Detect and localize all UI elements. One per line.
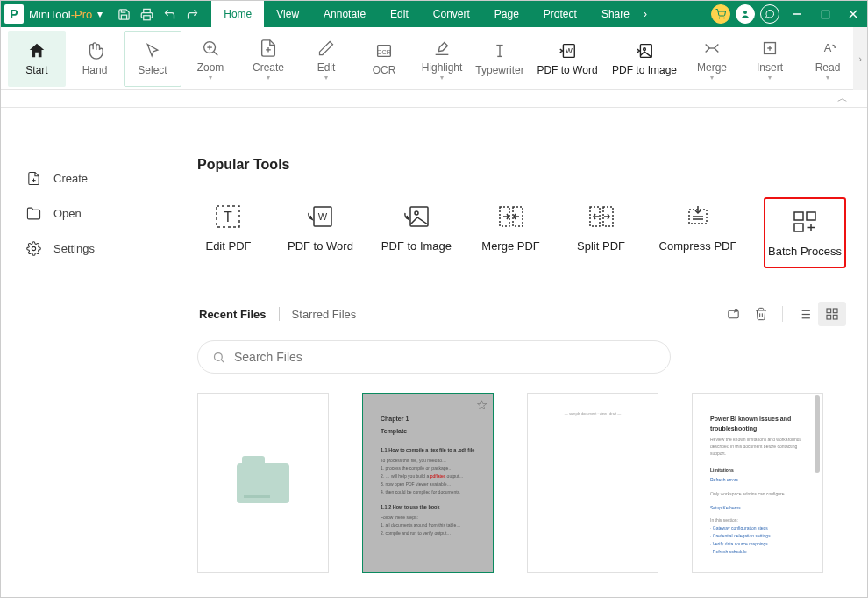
dropdown-icon: ▾	[324, 76, 328, 80]
ribbon-label: Insert	[757, 61, 783, 74]
dropdown-icon: ▾	[267, 76, 270, 80]
grid-view-icon[interactable]	[818, 302, 846, 326]
app-name-main: MiniTool	[29, 8, 71, 21]
ribbon-label: Start	[25, 64, 47, 76]
menu-edit[interactable]: Edit	[378, 1, 421, 27]
tab-divider	[279, 307, 280, 321]
menu-protect[interactable]: Protect	[531, 1, 589, 27]
minimize-button[interactable]	[783, 1, 811, 27]
menu-convert[interactable]: Convert	[421, 1, 482, 27]
tool-batch-process[interactable]: Batch Process	[764, 197, 846, 268]
popular-tools-row: T Edit PDF W PDF to Word PDF to Image Me…	[197, 197, 846, 268]
ribbon-edit[interactable]: Edit ▾	[297, 31, 355, 87]
message-icon[interactable]	[760, 4, 779, 24]
redo-icon[interactable]	[181, 4, 203, 25]
sidebar-label: Settings	[53, 242, 95, 255]
merge-icon	[701, 38, 723, 59]
ribbon-highlight[interactable]: Highlight ▾	[413, 31, 471, 87]
ribbon-read[interactable]: A Read ▾	[799, 31, 857, 87]
sidebar-item-settings[interactable]: Settings	[25, 231, 176, 266]
chevron-up-icon: ︿	[837, 91, 848, 106]
ribbon-collapse-button[interactable]: ︿	[1, 90, 867, 108]
app-window: P MiniTool-Pro ▾ Home View Annotate Edit…	[0, 0, 868, 598]
app-dropdown-icon[interactable]: ▾	[92, 8, 108, 20]
print-icon[interactable]	[136, 4, 157, 25]
dropdown-icon: ▾	[440, 76, 444, 80]
ribbon-zoom[interactable]: Zoom ▾	[181, 31, 239, 87]
menu-home[interactable]: Home	[211, 1, 264, 27]
user-icon[interactable]	[736, 4, 755, 24]
tool-label: PDF to Image	[381, 239, 452, 253]
svg-rect-63	[833, 309, 837, 313]
undo-icon[interactable]	[159, 4, 180, 25]
svg-text:A: A	[824, 40, 832, 53]
thumb-file-blank[interactable]: — sample document · view · draft —	[527, 393, 658, 573]
svg-point-40	[415, 211, 418, 215]
tool-edit-pdf[interactable]: T Edit PDF	[197, 197, 260, 268]
ribbon-start[interactable]: Start	[8, 31, 66, 87]
create-icon	[257, 38, 280, 59]
tab-starred-files[interactable]: Starred Files	[290, 308, 359, 321]
thumb-text: Template	[381, 426, 475, 436]
ribbon-merge[interactable]: Merge ▾	[683, 31, 741, 87]
zoom-icon	[199, 38, 222, 59]
ribbon-typewriter[interactable]: Typewriter	[471, 31, 529, 87]
save-icon[interactable]	[113, 4, 134, 25]
thumb-text: Chapter 1	[381, 414, 475, 424]
menu-overflow-icon[interactable]: ›	[644, 8, 658, 20]
tool-pdf-to-image[interactable]: PDF to Image	[381, 197, 452, 268]
svg-rect-8	[822, 11, 829, 18]
search-box[interactable]	[197, 340, 671, 374]
thumb-file-chapter1[interactable]: ☆ Chapter 1 Template 1.1 How to compile …	[362, 393, 494, 573]
svg-line-67	[221, 360, 224, 362]
ribbon-pdf-to-word[interactable]: W PDF to Word	[529, 31, 606, 87]
menu-view[interactable]: View	[264, 1, 311, 27]
thumb-file-powerbi[interactable]: Power BI known issues and troubleshootin…	[692, 393, 823, 573]
cursor-icon	[141, 40, 164, 61]
tool-label: Edit PDF	[205, 239, 251, 253]
popular-tools-title: Popular Tools	[197, 157, 846, 173]
tool-compress-pdf[interactable]: Compress PDF	[660, 197, 736, 268]
thumb-open-folder[interactable]	[197, 393, 329, 573]
ribbon-hand[interactable]: Hand	[66, 31, 124, 87]
ribbon-pdf-to-image[interactable]: PDF to Image	[606, 31, 683, 87]
maximize-button[interactable]	[811, 1, 839, 27]
sidebar-item-create[interactable]: Create	[25, 160, 176, 196]
menu-annotate[interactable]: Annotate	[311, 1, 378, 27]
svg-rect-0	[144, 15, 151, 19]
ribbon-label: PDF to Word	[537, 64, 597, 76]
tool-merge-pdf[interactable]: Merge PDF	[480, 197, 542, 268]
ribbon-label: Read	[815, 61, 841, 74]
scrollbar-thumb[interactable]	[815, 395, 820, 473]
ribbon-label: Highlight	[422, 61, 463, 74]
tool-pdf-to-word[interactable]: W PDF to Word	[288, 197, 353, 268]
tab-recent-files[interactable]: Recent Files	[197, 308, 268, 321]
main-content: Popular Tools T Edit PDF W PDF to Word P…	[176, 108, 867, 597]
hand-icon	[83, 40, 106, 61]
image-icon	[633, 40, 656, 61]
ribbon-select[interactable]: Select	[124, 31, 181, 87]
share-file-icon[interactable]	[719, 302, 747, 326]
tool-split-pdf[interactable]: Split PDF	[570, 197, 632, 268]
svg-text:W: W	[318, 211, 328, 222]
close-button[interactable]	[839, 1, 867, 27]
file-thumbnails: ☆ Chapter 1 Template 1.1 How to compile …	[197, 393, 846, 597]
folder-icon	[25, 205, 41, 221]
menu-page[interactable]: Page	[482, 1, 531, 27]
dropdown-icon: ▾	[209, 76, 212, 80]
ribbon-insert[interactable]: Insert ▾	[741, 31, 799, 87]
ribbon-label: Create	[253, 61, 284, 74]
ribbon-overflow-button[interactable]: ›	[853, 27, 867, 90]
tool-label: Batch Process	[768, 245, 842, 258]
delete-icon[interactable]	[747, 302, 775, 326]
list-view-icon[interactable]	[790, 302, 818, 326]
cart-icon[interactable]	[711, 4, 730, 24]
menu-share[interactable]: Share	[589, 1, 642, 27]
ribbon-create[interactable]: Create ▾	[239, 31, 297, 87]
search-input[interactable]	[234, 350, 656, 364]
ribbon-ocr[interactable]: OCR OCR	[355, 31, 413, 87]
sidebar-item-open[interactable]: Open	[25, 196, 176, 231]
sidebar-label: Open	[53, 207, 82, 220]
word-icon: W	[556, 40, 579, 61]
ribbon-label: Edit	[317, 61, 336, 74]
